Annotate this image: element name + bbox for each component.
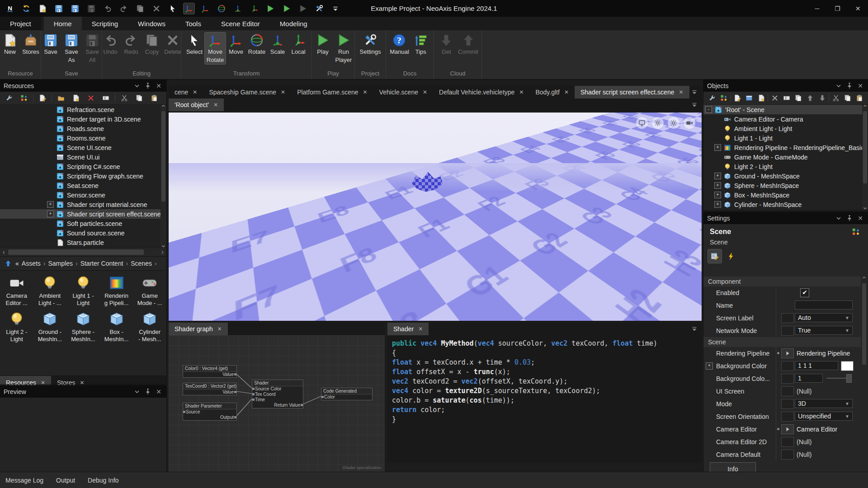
asset-item-cylinder-mesh[interactable]: Cylinder- Mesh... [133,311,166,343]
menu-tab-tools[interactable]: Tools [175,17,211,30]
qat-play[interactable] [265,3,276,14]
doc-tab-platform-game-scene[interactable]: Platform Game.scene✕ [291,86,373,99]
viewport-btn-monitor[interactable] [636,117,648,129]
ribbon-button-move-rotate[interactable]: MoveRotate [205,33,226,64]
toolbar-icon-edit-doc[interactable] [733,94,741,103]
close-icon[interactable]: ✕ [155,388,163,396]
toolbar-icon-paste[interactable] [150,94,159,103]
toolbar-icon-cut[interactable] [832,94,840,103]
text-input[interactable] [795,300,853,310]
toolbar-icon-arrow-down[interactable] [818,94,826,103]
expander-icon[interactable]: + [714,201,721,208]
asset-item-ambient-light[interactable]: AmbientLight - ... [33,275,67,307]
resources-item-roads-scene[interactable]: Roads.scene [0,124,166,133]
doc-tab-default-vehicle-vehicletype[interactable]: Default Vehicle.vehicletype✕ [433,86,529,99]
scroll-up-icon[interactable]: ⌃ [861,277,867,282]
panel-menu-icon[interactable] [133,82,141,90]
qat-save[interactable] [53,3,64,14]
tab-close-icon[interactable]: ✕ [679,89,683,95]
dropdown-screen-label[interactable]: Auto▼ [795,313,853,322]
ribbon-button-run-player[interactable]: RunPlayer [333,33,354,64]
up-level-icon[interactable] [4,259,13,268]
default-value-box[interactable] [781,326,794,336]
doc-tab-body-gltf[interactable]: Body.gltf✕ [529,86,575,99]
resources-item-scripting-flow-graph-scene[interactable]: Scripting Flow graph.scene [0,171,166,181]
properties-toggle[interactable] [708,249,722,263]
objects-item-rendering-pipeline-renderingpipeline-basic[interactable]: +Rendering Pipeline - RenderingPipeline_… [703,143,868,152]
tab-close-icon[interactable]: ✕ [217,326,222,332]
tab-close-icon[interactable]: ✕ [423,89,427,95]
toolbar-icon-folder-star[interactable] [57,94,66,103]
minimize-button[interactable]: ─ [807,0,827,17]
checkbox[interactable]: ✔ [800,288,809,297]
resources-item-render-target-in-3d-scene[interactable]: Render target in 3D.scene [0,114,166,124]
expander-icon[interactable]: + [706,362,713,370]
ribbon-button-save[interactable]: Save [40,33,61,56]
tab-close-icon[interactable]: ✕ [363,89,368,95]
asset-item-ground-meshin[interactable]: Ground -MeshIn... [33,311,67,343]
qat-neoaxis-logo[interactable] [5,3,15,14]
toolbar-icon-rename[interactable] [101,94,110,103]
asset-item-sphere-meshin[interactable]: Sphere -MeshIn... [66,311,100,343]
qat-sync[interactable] [21,3,32,14]
default-value-box[interactable] [781,412,794,422]
qat-move[interactable] [200,3,211,14]
resources-item-scene-ui-ui[interactable]: Scene UI.ui [0,152,166,162]
toolbar-icon-arrow-up[interactable] [807,94,814,103]
expander-icon[interactable]: + [714,182,721,189]
ribbon-button-rotate[interactable]: Rotate [246,33,267,56]
graph-node-texcoord0-vector2-get[interactable]: TexCoord0 : Vector2 (get)Value [183,383,237,395]
objects-item-cylinder-meshinspace[interactable]: +Cylinder - MeshInSpace [703,200,868,209]
default-value-box[interactable] [781,313,794,323]
toolbar-icon-copy-pages[interactable] [795,94,802,103]
node-input-time[interactable]: Time [252,397,303,403]
toolbar-icon-page-star[interactable] [71,94,80,103]
ribbon-button-settings[interactable]: Settings [359,33,382,56]
objects-item-light-1-light[interactable]: Light 1 - Light [703,133,868,143]
asset-item-light-1-light[interactable]: Light 1 -Light [66,275,100,307]
code-editor[interactable]: public vec4 MyMethod(vec4 sourceColor, v… [387,335,702,463]
qat-save-all[interactable] [86,3,97,14]
tab-close-icon[interactable]: ✕ [41,380,45,386]
resources-item-refraction-scene[interactable]: Refraction.scene [0,105,166,114]
default-value-box[interactable] [781,386,794,396]
toolbar-icon-wrench[interactable] [708,94,716,103]
viewport-btn-sun-2[interactable] [668,117,679,129]
qat-scale[interactable] [232,3,243,14]
events-toggle[interactable] [724,249,738,263]
default-value-box[interactable] [781,361,794,371]
resources-item-seat-scene[interactable]: Seat.scene [0,181,166,190]
ribbon-button-play[interactable]: Play [312,33,333,56]
toolbar-icon-wrench[interactable] [5,94,14,103]
close-button[interactable]: ✕ [848,0,868,17]
close-icon[interactable]: ✕ [856,82,864,90]
statusbar-message-log[interactable]: Message Log [5,477,43,484]
asset-item-box-meshin[interactable]: Box -MeshIn... [100,311,133,343]
doc-tab-shader-script-screen-effect-scene[interactable]: Shader script screen effect.scene✕ [575,86,689,99]
toolbar-icon-copy-pages[interactable] [135,94,144,103]
objects-item-camera-editor-camera[interactable]: Camera Editor - Camera [703,114,868,124]
asset-item-game-mode[interactable]: GameMode - ... [133,275,166,307]
tab-shader[interactable]: Shader✕ [387,323,429,335]
toolbar-icon-window[interactable] [745,94,753,103]
tab-options-icon[interactable] [691,323,702,335]
ribbon-button-save-as[interactable]: SaveAs [61,33,82,64]
resources-item-sensor-scene[interactable]: Sensor.scene [0,190,166,200]
resources-item-shader-script-screen-effect-scene[interactable]: +Shader script screen effect.scene [0,209,166,219]
node-input-color[interactable]: Color [321,394,372,400]
resources-scrollbar[interactable]: ⌃⌄ [160,105,166,248]
expander-icon[interactable]: - [705,106,712,113]
asset-item-camera-editor[interactable]: CameraEditor ... [0,275,33,307]
breadcrumb-item-starter-content[interactable]: Starter Content [80,260,123,267]
node-output-value[interactable]: Value [183,389,236,395]
dropdown-network-mode[interactable]: True▼ [795,326,853,335]
menu-tab-project[interactable]: Project [0,17,44,30]
expander-icon[interactable]: + [47,201,54,208]
shader-graph-canvas[interactable]: Shader specialization Color0 : Vector4 (… [169,335,385,472]
pin-icon[interactable] [845,214,854,222]
resources-item-soft-particles-scene[interactable]: Soft particles.scene [0,219,166,228]
ribbon-button-manual[interactable]: Manual [388,33,410,56]
qat-delete[interactable] [151,3,162,14]
node-input-source-color[interactable]: Source Color [252,386,303,392]
tab-close-icon[interactable]: ✕ [418,326,423,332]
